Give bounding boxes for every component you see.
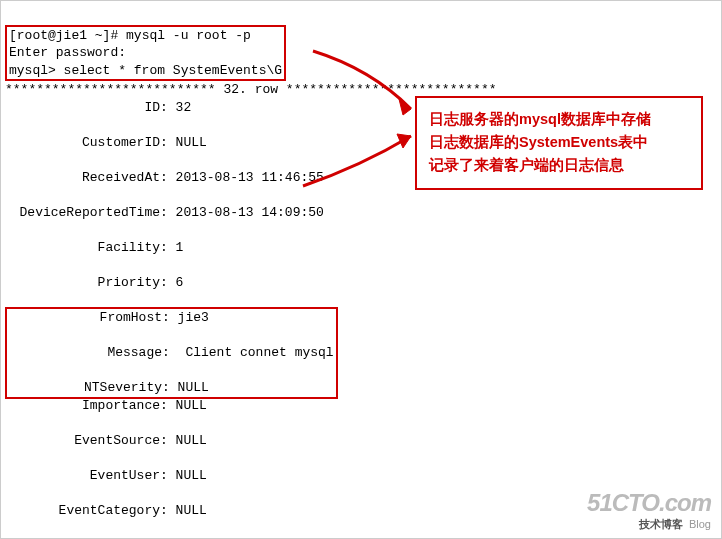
field-row: EventSource: NULL: [5, 432, 717, 450]
field-key: ReceivedAt: [5, 169, 160, 187]
field-key: NTSeverity: [7, 379, 162, 397]
field-val: NULL: [178, 380, 209, 395]
field-row: NTSeverity: NULL: [7, 379, 334, 397]
field-val: 6: [176, 275, 184, 290]
fields-highlight-box: FromHost: jie3 Message: Client connet my…: [5, 307, 338, 399]
field-row: Facility: 1: [5, 239, 717, 257]
watermark-sub: 技术博客 Blog: [587, 517, 711, 532]
field-row: EventUser: NULL: [5, 467, 717, 485]
mysql-prompt: mysql>: [9, 63, 64, 78]
field-key: CustomerID: [5, 134, 160, 152]
password-prompt: Enter password:: [9, 45, 126, 60]
field-key: EventCategory: [5, 502, 160, 520]
callout-line: 日志数据库的SystemEvents表中: [429, 131, 689, 154]
field-key: FromHost: [7, 309, 162, 327]
field-key: Importance: [5, 397, 160, 415]
field-val: NULL: [176, 468, 207, 483]
field-val: Client connet mysql: [178, 345, 334, 360]
field-row: FromHost: jie3: [7, 309, 334, 327]
field-val: NULL: [176, 398, 207, 413]
command-highlight-box: [root@jie1 ~]# mysql -u root -p Enter pa…: [5, 25, 286, 82]
mysql-query: select * from SystemEvents\G: [64, 63, 282, 78]
field-val: NULL: [176, 433, 207, 448]
field-val: jie3: [178, 310, 209, 325]
callout-line: 日志服务器的mysql数据库中存储: [429, 108, 689, 131]
field-row: Priority: 6: [5, 274, 717, 292]
field-val: 32: [176, 100, 192, 115]
field-key: EventUser: [5, 467, 160, 485]
field-key: Message: [7, 344, 162, 362]
field-val: 1: [176, 240, 184, 255]
field-val: NULL: [176, 503, 207, 518]
arrow-icon: [301, 126, 421, 196]
field-row: Importance: NULL: [5, 397, 717, 415]
row-separator: *************************** 32. row ****…: [5, 82, 496, 97]
annotation-callout: 日志服务器的mysql数据库中存储 日志数据库的SystemEvents表中 记…: [415, 96, 703, 190]
field-val: 2013-08-13 14:09:50: [176, 205, 324, 220]
field-key: EventSource: [5, 432, 160, 450]
callout-line: 记录了来着客户端的日志信息: [429, 154, 689, 177]
field-key: Priority: [5, 274, 160, 292]
field-row: Message: Client connet mysql: [7, 344, 334, 362]
watermark: 51CTO.com 技术博客 Blog: [587, 489, 711, 532]
field-key: DeviceReportedTime: [5, 204, 160, 222]
field-val: NULL: [176, 135, 207, 150]
watermark-domain: 51CTO.com: [587, 489, 711, 517]
svg-marker-1: [397, 134, 411, 148]
field-row: DeviceReportedTime: 2013-08-13 14:09:50: [5, 204, 717, 222]
shell-prompt: [root@jie1 ~]#: [9, 28, 126, 43]
shell-command: mysql -u root -p: [126, 28, 251, 43]
field-key: ID: [5, 99, 160, 117]
field-key: Facility: [5, 239, 160, 257]
